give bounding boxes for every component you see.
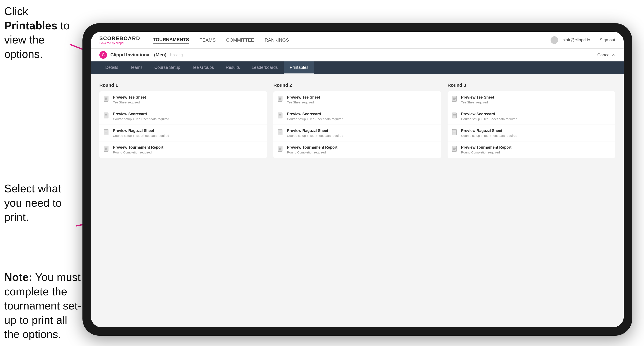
round-3-card: Preview Tee Sheet Tee Sheet required (448, 91, 615, 158)
r1-raguzzi[interactable]: Preview Raguzzi Sheet Course setup + Tee… (99, 125, 267, 142)
r1-tournament-report[interactable]: Preview Tournament Report Round Completi… (99, 142, 267, 158)
r2-report-text: Preview Tournament Report Round Completi… (287, 145, 338, 154)
r3-tee-sheet-subtitle: Tee Sheet required (461, 101, 494, 104)
round-2-title: Round 2 (273, 83, 441, 88)
r1-raguzzi-text: Preview Raguzzi Sheet Course setup + Tee… (113, 129, 169, 138)
r3-tee-sheet[interactable]: Preview Tee Sheet Tee Sheet required (448, 91, 615, 108)
r1-raguzzi-subtitle: Course setup + Tee Sheet data required (113, 134, 169, 138)
r2-scorecard-subtitle: Course setup + Tee Sheet data required (287, 117, 343, 121)
r2-report-title: Preview Tournament Report (287, 145, 338, 150)
logo-scoreboard: SCOREBOARD (99, 35, 140, 41)
r1-report-subtitle: Round Completion required (113, 151, 164, 154)
nav-left: SCOREBOARD Powered by clippd TOURNAMENTS… (99, 35, 289, 45)
round-2-section: Round 2 (273, 83, 441, 158)
tab-details[interactable]: Details (99, 61, 124, 74)
r2-tournament-report[interactable]: Preview Tournament Report Round Completi… (273, 142, 441, 158)
divider: | (594, 38, 595, 42)
nav-rankings[interactable]: RANKINGS (265, 36, 289, 44)
r2-raguzzi-subtitle: Course setup + Tee Sheet data required (287, 134, 343, 138)
svg-rect-36 (452, 96, 456, 102)
r1-report-text: Preview Tournament Report Round Completi… (113, 145, 164, 154)
r1-scorecard-title: Preview Scorecard (113, 112, 169, 116)
tablet-frame: SCOREBOARD Powered by clippd TOURNAMENTS… (82, 23, 632, 336)
r3-raguzzi-icon (452, 129, 458, 136)
r1-tee-sheet-title: Preview Tee Sheet (113, 95, 146, 100)
nav-committee[interactable]: COMMITTEE (226, 36, 254, 44)
r3-report-icon (452, 146, 458, 153)
round-1-title: Round 1 (99, 83, 267, 88)
annotation-middle: Select what you need to print. (4, 181, 76, 224)
svg-rect-44 (452, 129, 456, 135)
svg-rect-12 (104, 129, 108, 135)
r2-raguzzi[interactable]: Preview Raguzzi Sheet Course setup + Tee… (273, 125, 441, 142)
r3-tee-sheet-title: Preview Tee Sheet (461, 95, 494, 100)
logo-area: SCOREBOARD Powered by clippd (99, 35, 140, 45)
rounds-grid: Round 1 (99, 83, 615, 158)
r2-tee-sheet-icon (278, 96, 284, 102)
r1-scorecard[interactable]: Preview Scorecard Course setup + Tee She… (99, 108, 267, 125)
tournament-bracket: (Men) (154, 52, 166, 58)
sign-out-link[interactable]: Sign out (600, 38, 615, 42)
annotation-bottom: Note: You must complete the tournament s… (4, 270, 84, 342)
r3-report-text: Preview Tournament Report Round Completi… (461, 145, 512, 154)
annotation-bold: Printables (4, 19, 57, 32)
svg-rect-20 (278, 96, 282, 102)
r1-tee-sheet-icon (104, 96, 110, 102)
r1-report-icon (104, 146, 110, 153)
nav-tournaments[interactable]: TOURNAMENTS (153, 36, 189, 44)
r2-tee-sheet[interactable]: Preview Tee Sheet Tee Sheet required (273, 91, 441, 108)
tab-printables[interactable]: Printables (284, 61, 314, 74)
svg-rect-24 (278, 113, 282, 118)
tablet-screen: SCOREBOARD Powered by clippd TOURNAMENTS… (91, 32, 624, 327)
tab-results[interactable]: Results (220, 61, 246, 74)
tab-teams[interactable]: Teams (124, 61, 148, 74)
user-avatar (550, 36, 558, 44)
nav-links: TOURNAMENTS TEAMS COMMITTEE RANKINGS (153, 36, 289, 44)
cancel-button[interactable]: Cancel ✕ (597, 52, 615, 57)
user-email: blair@clippd.io (562, 38, 590, 42)
svg-rect-48 (452, 146, 456, 152)
r2-report-subtitle: Round Completion required (287, 151, 338, 154)
r3-report-title: Preview Tournament Report (461, 145, 512, 150)
r2-tee-sheet-title: Preview Tee Sheet (287, 95, 320, 100)
r3-scorecard[interactable]: Preview Scorecard Course setup + Tee She… (448, 108, 615, 125)
tournament-name: C Clippd Invitational (Men) Hosting (99, 51, 183, 59)
tab-tee-groups[interactable]: Tee Groups (186, 61, 220, 74)
round-3-section: Round 3 (448, 83, 615, 158)
r3-raguzzi-subtitle: Course setup + Tee Sheet data required (461, 134, 517, 138)
r1-tee-sheet-subtitle: Tee Sheet required (113, 101, 146, 104)
r3-tournament-report[interactable]: Preview Tournament Report Round Completi… (448, 142, 615, 158)
r1-tee-sheet[interactable]: Preview Tee Sheet Tee Sheet required (99, 91, 267, 108)
r2-raguzzi-icon (278, 129, 284, 136)
r1-raguzzi-title: Preview Raguzzi Sheet (113, 129, 169, 133)
r2-scorecard-icon (278, 112, 284, 119)
tournament-bar: C Clippd Invitational (Men) Hosting Canc… (91, 48, 624, 61)
svg-rect-16 (104, 146, 108, 152)
tab-course-setup[interactable]: Course Setup (148, 61, 186, 74)
svg-rect-40 (452, 113, 456, 118)
round-1-section: Round 1 (99, 83, 267, 158)
r3-raguzzi-title: Preview Raguzzi Sheet (461, 129, 517, 133)
round-1-card: Preview Tee Sheet Tee Sheet required (99, 91, 267, 158)
r2-tee-sheet-text: Preview Tee Sheet Tee Sheet required (287, 95, 320, 104)
clippd-icon: C (99, 51, 107, 59)
r3-scorecard-title: Preview Scorecard (461, 112, 517, 116)
r1-report-title: Preview Tournament Report (113, 145, 164, 150)
r3-tee-sheet-text: Preview Tee Sheet Tee Sheet required (461, 95, 494, 104)
r3-raguzzi-text: Preview Raguzzi Sheet Course setup + Tee… (461, 129, 517, 138)
tab-leaderboards[interactable]: Leaderboards (246, 61, 284, 74)
svg-rect-32 (278, 146, 282, 152)
tournament-title: Clippd Invitational (110, 52, 151, 58)
nav-teams[interactable]: TEAMS (200, 36, 216, 44)
sub-nav: Details Teams Course Setup Tee Groups Re… (91, 61, 624, 74)
r3-raguzzi[interactable]: Preview Raguzzi Sheet Course setup + Tee… (448, 125, 615, 142)
r3-report-subtitle: Round Completion required (461, 151, 512, 154)
r2-raguzzi-title: Preview Raguzzi Sheet (287, 129, 343, 133)
r3-scorecard-text: Preview Scorecard Course setup + Tee She… (461, 112, 517, 121)
r2-tee-sheet-subtitle: Tee Sheet required (287, 101, 320, 104)
r3-scorecard-subtitle: Course setup + Tee Sheet data required (461, 117, 517, 121)
r2-scorecard[interactable]: Preview Scorecard Course setup + Tee She… (273, 108, 441, 125)
r1-scorecard-icon (104, 112, 110, 119)
top-nav: SCOREBOARD Powered by clippd TOURNAMENTS… (91, 32, 624, 48)
main-content: Round 1 (91, 74, 624, 327)
